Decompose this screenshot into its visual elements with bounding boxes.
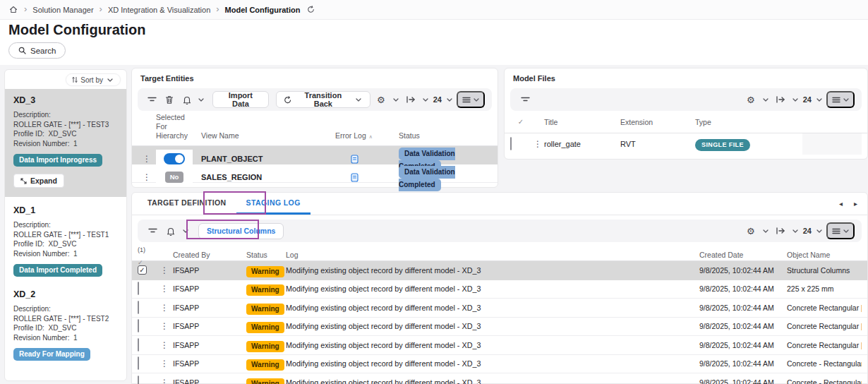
row-menu-icon[interactable]: ⋮ — [531, 139, 544, 149]
column-header-status[interactable]: Status — [246, 251, 286, 259]
filter-icon[interactable] — [145, 92, 159, 107]
settings-gear-icon[interactable]: ⚙ — [743, 92, 759, 107]
search-button[interactable]: Search — [8, 42, 66, 59]
view-options-button[interactable] — [457, 91, 485, 108]
created-date-cell: 9/8/2025, 10:02:44 AM — [699, 304, 787, 312]
tabs-scroll-right-icon[interactable]: ▸ — [854, 200, 857, 208]
row-menu-icon[interactable]: ⋮ — [156, 265, 173, 275]
table-row[interactable]: ⋮ IFSAPP Warning Modifying existing obje… — [132, 336, 867, 355]
select-all-check-icon[interactable]: ✓ — [510, 119, 531, 126]
column-header-log[interactable]: Log — [286, 251, 699, 259]
column-header-object-name[interactable]: Object Name — [787, 251, 862, 259]
notification-bell-icon[interactable] — [163, 223, 179, 239]
settings-gear-icon[interactable]: ⚙ — [373, 92, 389, 107]
model-card-xd1[interactable]: XD_1 Description: ROLLER GATE - [***] - … — [5, 197, 126, 281]
error-log-icon[interactable] — [335, 155, 399, 164]
table-row[interactable]: ⋮ IFSAPP Warning Modifying existing obje… — [132, 299, 867, 318]
refresh-icon[interactable] — [306, 2, 316, 18]
chevron-down-icon[interactable] — [198, 98, 205, 102]
row-menu-icon[interactable]: ⋮ — [156, 340, 173, 350]
transition-back-icon — [284, 96, 291, 104]
chevron-down-icon[interactable] — [791, 229, 800, 233]
skip-to-end-icon[interactable] — [403, 92, 418, 107]
breadcrumb-model-configuration[interactable]: Model Configuration — [225, 6, 301, 14]
chevron-down-icon — [474, 98, 479, 102]
skip-to-end-icon[interactable] — [773, 92, 788, 107]
chevron-down-icon[interactable] — [392, 98, 400, 102]
column-header-error-log[interactable]: Error Log∧ — [335, 131, 399, 140]
row-checkbox[interactable] — [138, 319, 139, 332]
view-options-button[interactable] — [826, 91, 855, 108]
page-size-value[interactable]: 24 — [433, 95, 442, 104]
row-checkbox[interactable] — [138, 356, 139, 370]
row-menu-icon[interactable]: ⋮ — [156, 321, 173, 331]
table-row[interactable]: ⋮ IFSAPP Warning Modifying existing obje… — [132, 373, 867, 384]
row-checkbox[interactable] — [510, 137, 512, 150]
sort-by-button[interactable]: Sort by — [66, 73, 121, 86]
structural-columns-filter-chip[interactable]: Structural Columns — [198, 223, 284, 239]
row-checkbox[interactable] — [138, 376, 139, 384]
table-row[interactable]: ⋮ roller_gate RVT SINGLE FILE — [505, 133, 867, 155]
chevron-down-icon[interactable] — [421, 98, 430, 102]
table-row[interactable]: ⋮ PLANT_OBJECT Data Validation Completed — [132, 146, 498, 164]
breadcrumb-solution-manager[interactable]: Solution Manager — [32, 6, 93, 14]
row-checkbox[interactable] — [138, 282, 139, 295]
column-header-hierarchy[interactable]: Selected For Hierarchy — [156, 113, 193, 140]
row-menu-icon[interactable]: ⋮ — [156, 303, 173, 313]
object-name-cell: Concrete - Rectangular... — [787, 359, 862, 368]
chevron-down-icon[interactable] — [761, 98, 770, 102]
model-card-xd2[interactable]: XD_2 Description: ROLLER GATE - [***] - … — [5, 281, 126, 365]
error-log-icon[interactable] — [335, 173, 399, 182]
chevron-down-icon[interactable] — [761, 229, 770, 233]
filter-icon[interactable] — [145, 223, 160, 239]
row-menu-icon[interactable]: ⋮ — [156, 359, 173, 368]
settings-gear-icon[interactable]: ⚙ — [743, 223, 759, 239]
row-menu-icon[interactable]: ⋮ — [138, 172, 156, 182]
target-entities-toolbar: Import Data Transition Back ⚙ 24 — [138, 88, 492, 111]
hierarchy-value[interactable]: No — [156, 168, 193, 186]
page-size-value[interactable]: 24 — [802, 227, 812, 235]
column-header-status[interactable]: Status — [399, 131, 492, 140]
chevron-down-icon[interactable] — [445, 98, 454, 102]
table-row[interactable]: ⋮ IFSAPP Warning Modifying existing obje… — [132, 355, 867, 374]
warning-badge: Warning — [246, 322, 284, 333]
home-icon[interactable] — [8, 2, 18, 18]
column-header-view-name[interactable]: View Name — [193, 131, 335, 140]
table-row[interactable]: ✓ ⋮ IFSAPP Warning Modifying existing ob… — [132, 261, 867, 280]
model-card-xd3[interactable]: XD_3 Description: ROLLER GATE - [***] - … — [5, 89, 126, 197]
transition-back-button[interactable]: Transition Back — [276, 91, 370, 108]
column-header-created-date[interactable]: Created Date — [699, 251, 787, 259]
notification-bell-icon[interactable] — [180, 92, 195, 107]
staging-log-toolbar: Structural Columns ⚙ 24 — [138, 220, 862, 242]
breadcrumb-xd-integration[interactable]: XD Integration & Visualization — [108, 6, 210, 14]
page-size-value[interactable]: 24 — [802, 95, 812, 104]
row-checkbox[interactable] — [138, 301, 139, 314]
row-menu-icon[interactable]: ⋮ — [156, 378, 173, 384]
target-entities-title: Target Entities — [132, 68, 498, 85]
tab-staging-log[interactable]: STAGING LOG — [236, 193, 311, 215]
view-options-button[interactable] — [826, 222, 855, 239]
table-row[interactable]: ⋮ IFSAPP Warning Modifying existing obje… — [132, 318, 867, 337]
chevron-down-icon[interactable] — [181, 229, 190, 233]
tabs-scroll-left-icon[interactable]: ◂ — [839, 200, 843, 208]
chevron-down-icon[interactable] — [791, 98, 800, 102]
filter-icon[interactable] — [517, 92, 533, 107]
chevron-down-icon[interactable] — [815, 98, 824, 102]
row-menu-icon[interactable]: ⋮ — [138, 154, 156, 164]
skip-to-end-icon[interactable] — [773, 223, 788, 239]
column-header-created-by[interactable]: Created By — [173, 251, 246, 259]
tab-target-definition[interactable]: TARGET DEFINITION — [138, 193, 236, 215]
delete-icon[interactable] — [162, 92, 177, 107]
import-data-button[interactable]: Import Data — [212, 91, 269, 108]
column-header-extension[interactable]: Extension — [620, 118, 695, 126]
column-header-title[interactable]: Title — [544, 118, 620, 126]
table-row[interactable]: ⋮ IFSAPP Warning Modifying existing obje… — [132, 280, 867, 299]
hierarchy-toggle[interactable] — [156, 150, 193, 168]
row-menu-icon[interactable]: ⋮ — [156, 284, 173, 294]
row-checkbox[interactable]: ✓ — [138, 265, 147, 275]
row-checkbox[interactable] — [138, 338, 139, 352]
column-header-type[interactable]: Type — [695, 118, 802, 126]
expand-button[interactable]: Expand — [13, 174, 64, 188]
chevron-down-icon[interactable] — [815, 229, 824, 233]
breadcrumb-separator: › — [100, 4, 102, 13]
